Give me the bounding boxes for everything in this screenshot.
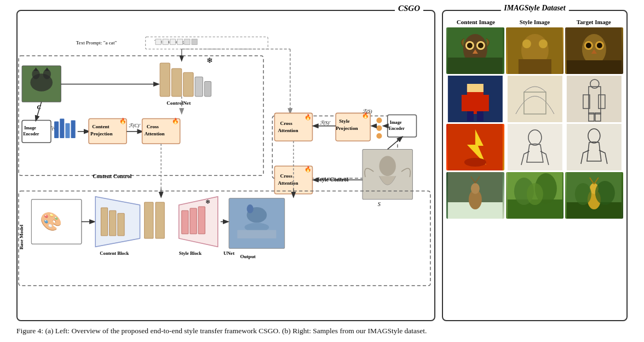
svg-point-173 <box>595 181 615 205</box>
list-item <box>565 27 623 74</box>
svg-rect-25 <box>60 119 64 139</box>
svg-text:Style Block: Style Block <box>179 250 202 256</box>
svg-rect-39 <box>142 119 180 144</box>
svg-text:Attention: Attention <box>278 180 298 186</box>
svg-rect-0 <box>146 37 268 49</box>
col1-label: Content Image <box>449 19 502 25</box>
svg-rect-135 <box>462 95 468 111</box>
svg-text:🔥: 🔥 <box>304 166 312 173</box>
svg-point-128 <box>586 43 591 48</box>
svg-rect-14 <box>272 116 398 178</box>
table-row <box>446 124 623 170</box>
svg-rect-5 <box>170 39 175 44</box>
svg-rect-153 <box>567 124 622 170</box>
col3-label: Target Image <box>567 19 620 25</box>
svg-rect-57 <box>336 113 370 141</box>
svg-rect-4 <box>163 39 168 44</box>
table-row <box>446 27 623 74</box>
svg-rect-88 <box>110 210 116 236</box>
svg-text:🎨: 🎨 <box>40 210 62 232</box>
list-item <box>565 124 623 170</box>
svg-point-63 <box>376 126 382 131</box>
svg-point-123 <box>539 39 548 48</box>
caption-text: Figure 4: (a) Left: Overview of the prop… <box>16 327 427 335</box>
svg-text:Attention: Attention <box>278 128 298 133</box>
svg-point-62 <box>376 117 382 123</box>
svg-rect-138 <box>477 111 484 121</box>
svg-point-103 <box>245 223 269 232</box>
svg-text:🔥: 🔥 <box>119 117 127 124</box>
svg-text:🔥: 🔥 <box>362 112 369 119</box>
svg-text:Encoder: Encoder <box>389 126 405 131</box>
svg-rect-47 <box>204 81 211 96</box>
svg-marker-21 <box>45 67 49 71</box>
svg-point-150 <box>464 158 486 167</box>
svg-text:Output: Output <box>240 254 255 259</box>
svg-rect-104 <box>237 230 276 238</box>
svg-text:ℱ(S)′: ℱ(S)′ <box>320 120 331 126</box>
svg-rect-137 <box>467 111 474 121</box>
svg-text:🔥: 🔥 <box>304 113 312 121</box>
svg-rect-33 <box>89 119 127 144</box>
svg-point-64 <box>376 133 382 139</box>
svg-rect-121 <box>519 59 551 74</box>
svg-text:Base Model: Base Model <box>19 224 24 249</box>
svg-rect-26 <box>65 123 70 138</box>
svg-text:Cross: Cross <box>280 121 293 126</box>
svg-point-165 <box>527 183 543 205</box>
svg-text:Cross: Cross <box>147 124 159 129</box>
svg-rect-16 <box>22 66 61 102</box>
svg-rect-83 <box>31 200 81 244</box>
list-item <box>506 172 564 219</box>
svg-text:ℱ(C): ℱ(C) <box>48 126 59 131</box>
list-item <box>565 172 623 219</box>
svg-text:🔥: 🔥 <box>172 117 179 124</box>
dataset-panel: IMAGStyle Dataset Content Image Style Im… <box>442 10 628 321</box>
svg-text:Style: Style <box>339 118 349 124</box>
svg-rect-87 <box>101 208 107 236</box>
svg-point-116 <box>478 43 484 48</box>
svg-point-122 <box>522 39 531 48</box>
dataset-title: IMAGStyle Dataset <box>501 4 568 13</box>
svg-text:Text Embedding: Text Embedding <box>154 39 184 44</box>
svg-point-18 <box>32 69 39 79</box>
svg-text:Image: Image <box>24 126 36 130</box>
svg-point-102 <box>247 204 254 213</box>
svg-marker-93 <box>179 197 218 247</box>
svg-marker-86 <box>95 197 140 247</box>
csgo-title: CSGO <box>395 4 423 13</box>
svg-rect-65 <box>388 115 417 137</box>
list-item <box>446 124 504 170</box>
table-row <box>446 172 623 219</box>
svg-point-17 <box>30 73 53 92</box>
svg-rect-12 <box>19 56 263 175</box>
svg-text:Projection: Projection <box>90 131 112 136</box>
svg-rect-134 <box>467 84 484 92</box>
svg-point-19 <box>43 69 51 79</box>
svg-rect-139 <box>508 76 562 122</box>
svg-line-31 <box>36 102 42 121</box>
svg-text:ℱ(C)′: ℱ(C)′ <box>129 123 141 128</box>
svg-rect-52 <box>274 113 312 141</box>
svg-point-129 <box>597 43 602 48</box>
svg-text:UNet: UNet <box>223 250 234 256</box>
svg-point-172 <box>575 183 591 205</box>
svg-point-115 <box>467 43 473 48</box>
table-row <box>446 76 623 122</box>
list-item <box>506 27 564 74</box>
csgo-panel: CSGO Text Prompt: "a cat" Text Embedding <box>16 10 435 321</box>
svg-rect-95 <box>190 208 197 234</box>
svg-text:Content Block: Content Block <box>100 250 129 256</box>
svg-text:Projection: Projection <box>336 126 358 131</box>
svg-rect-91 <box>145 202 153 238</box>
svg-rect-45 <box>183 72 193 96</box>
svg-rect-94 <box>182 210 188 234</box>
figure-caption: Figure 4: (a) Left: Overview of the prop… <box>16 326 628 337</box>
svg-rect-7 <box>185 39 190 44</box>
dataset-grid <box>446 27 623 219</box>
svg-rect-46 <box>195 77 203 96</box>
svg-rect-89 <box>118 213 124 236</box>
svg-rect-43 <box>160 63 170 96</box>
diagram-arrows: Text Prompt: "a cat" Text Embedding Cont… <box>18 11 434 320</box>
svg-rect-8 <box>192 39 197 44</box>
